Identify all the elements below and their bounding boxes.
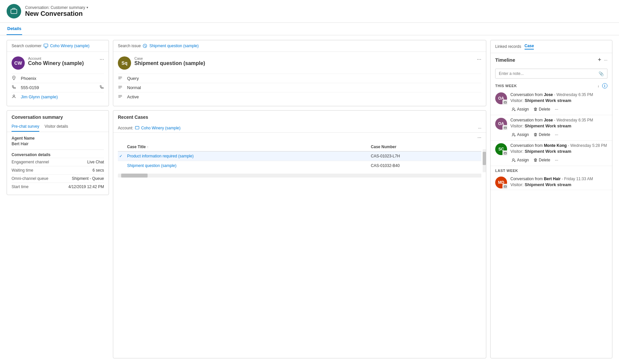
tab-pre-chat[interactable]: Pre-chat survey [12, 122, 39, 132]
case-body: Sq Case Shipment question (sample) ··· Q… [113, 52, 486, 106]
case-field3-value: Active [127, 94, 139, 99]
svg-point-11 [513, 159, 514, 160]
case-more-button[interactable]: ··· [477, 56, 481, 62]
left-column: Search customer Coho Winery (sample) CW … [7, 40, 109, 358]
horiz-scrollbar[interactable] [118, 174, 481, 178]
vert-scrollbar[interactable] [483, 149, 486, 172]
assign-button-2[interactable]: Assign [510, 157, 530, 163]
table-row: Shipment question (sample) CAS-01032-B40 [118, 161, 481, 171]
tl-item-header-1: OA Conversation from Jose - Wednesday 6:… [495, 118, 607, 130]
tab-visitor-details[interactable]: Visitor details [45, 122, 68, 132]
case-title-header-label: Case Title [127, 145, 146, 149]
tl-actions-2: Assign Delete ··· [495, 157, 607, 164]
delete-label-0: Delete [539, 107, 550, 112]
detail-row-2: Omni-channel queue Shipment - Queue [12, 174, 104, 182]
recent-cases-title: Recent Cases [113, 111, 486, 124]
contact-value: Jim Glynn (sample) [21, 94, 104, 99]
note-input-wrap: 📎 [495, 69, 607, 79]
app-icon [7, 4, 21, 18]
assign-button-0[interactable]: Assign [510, 106, 530, 112]
case-tab[interactable]: Case [525, 44, 534, 50]
visitor-label-2: Visitor: [510, 149, 524, 154]
tl-time-2: - Wednesday 5:28 PM [568, 143, 607, 148]
sort-icon[interactable]: ↑ [147, 145, 149, 149]
tl-content-0: Conversation from Jose - Wednesday 6:35 … [510, 92, 607, 103]
case-title-link-1[interactable]: Shipment question (sample) [127, 163, 176, 168]
visitor-label-3: Visitor: [510, 182, 524, 187]
contact-nav-icon [12, 94, 18, 100]
conv-summary-title: Conversation summary [7, 111, 109, 120]
collapse-icon[interactable]: ↓ [598, 84, 600, 88]
account-label: Account: [118, 126, 133, 130]
tl-content-3: Conversation from Bert Hair - Friday 11:… [510, 177, 607, 187]
detail-val-0: Live Chat [87, 160, 104, 164]
tl-visitor-2: Visitor: Shipment Work stream [510, 149, 607, 154]
detail-key-3: Start time [12, 184, 28, 189]
delete-button-0[interactable]: Delete [532, 106, 552, 112]
call-icon[interactable] [99, 85, 104, 90]
case-field2-row: Normal [118, 83, 481, 92]
contact-row: Jim Glynn (sample) [12, 92, 104, 101]
tab-details[interactable]: Details [7, 23, 22, 35]
contact-link[interactable]: Jim Glynn (sample) [21, 94, 58, 99]
visitor-label-1: Visitor: [510, 123, 524, 128]
timeline-add-button[interactable]: + [598, 56, 602, 63]
case-avatar: Sq [118, 56, 131, 70]
recent-cases-more[interactable]: ··· [478, 126, 481, 130]
delete-button-1[interactable]: Delete [532, 132, 552, 138]
tl-meta-1: Conversation from Jose - Wednesday 6:35 … [510, 118, 607, 122]
search-issue-label: Search issue [118, 44, 141, 48]
visitor-val-2: Shipment Work stream [525, 149, 571, 154]
customer-link[interactable]: Coho Winery (sample) [50, 44, 89, 48]
more-button-1[interactable]: ··· [554, 132, 560, 138]
tl-badge-0 [502, 100, 508, 105]
detail-val-2: Shipment - Queue [72, 176, 104, 181]
inner-more[interactable]: ··· [477, 135, 481, 140]
delete-icon [533, 158, 537, 162]
delete-label-1: Delete [539, 132, 550, 137]
tl-avatar-wrap-1: OA [495, 118, 507, 130]
detail-row-1: Waiting time 6 secs [12, 166, 104, 174]
delete-button-2[interactable]: Delete [532, 157, 552, 163]
svg-rect-8 [504, 127, 506, 128]
visitor-val-0: Shipment Work stream [525, 98, 571, 103]
assign-button-1[interactable]: Assign [510, 132, 530, 138]
breadcrumb-text: Conversation: Customer summary [25, 5, 85, 10]
case-number-cell-0: CAS-01023-L7H [369, 151, 481, 161]
recent-cases-account-link[interactable]: Coho Winery (sample) [141, 126, 180, 130]
conv-body: Agent Name Bert Hair Conversation detail… [7, 132, 109, 195]
detail-val-1: 6 secs [92, 168, 104, 173]
timeline-more-button[interactable]: ··· [604, 57, 607, 62]
this-week-section: THIS WEEK ↓ i [491, 81, 612, 90]
customer-body: CW Account Coho Winery (sample) ··· Phoe… [7, 52, 109, 106]
tl-meta-3: Conversation from Bert Hair - Friday 11:… [510, 177, 607, 181]
assign-icon [512, 133, 516, 137]
info-icon[interactable]: i [602, 83, 607, 88]
issue-link[interactable]: Shipment question (sample) [149, 44, 198, 48]
assign-label-1: Assign [517, 132, 529, 137]
customer-more-button[interactable]: ··· [100, 56, 104, 62]
mid-column: Search issue Shipment question (sample) … [113, 40, 486, 358]
agent-name-label: Agent Name [12, 136, 104, 141]
detail-row-0: Engagement channel Live Chat [12, 158, 104, 166]
case-info: Case Shipment question (sample) [134, 56, 474, 66]
svg-rect-12 [504, 185, 506, 187]
more-button-2[interactable]: ··· [554, 157, 560, 163]
attach-icon[interactable]: 📎 [595, 71, 607, 76]
detail-row-3: Start time 4/12/2019 12:42 PM [12, 182, 104, 191]
page-title: New Conversation [25, 10, 88, 17]
note-input[interactable] [496, 69, 595, 78]
issue-icon [143, 44, 147, 48]
search-customer-label: Search customer [12, 44, 42, 48]
right-column: Linked records Case Timeline + ··· 📎 THI… [490, 40, 612, 358]
tl-from-2: Monte Kong [544, 143, 567, 148]
customer-info: Account Coho Winery (sample) [28, 56, 96, 66]
tl-item-header-2: SC Conversation from Monte Kong - Wednes… [495, 143, 607, 155]
tl-from-0: Jose [544, 92, 553, 97]
check-col-header [118, 143, 126, 151]
case-title-cell-1: Shipment question (sample) [126, 161, 369, 171]
tl-meta-2: Conversation from Monte Kong - Wednesday… [510, 143, 607, 148]
case-title-link-0[interactable]: Product information required (sample) [127, 154, 193, 158]
tl-visitor-1: Visitor: Shipment Work stream [510, 123, 607, 128]
more-button-0[interactable]: ··· [554, 106, 560, 112]
